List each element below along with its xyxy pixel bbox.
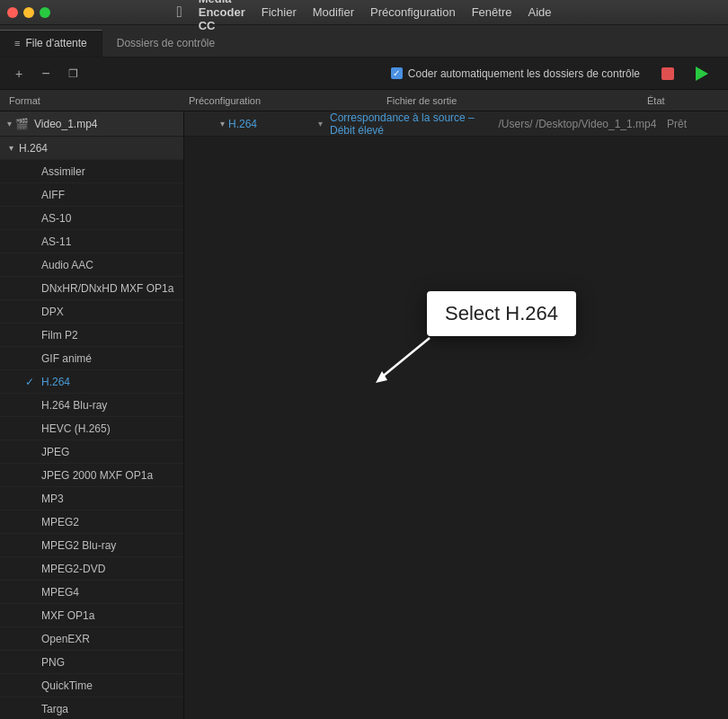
h264-dropdown-arrow: ▾ (318, 119, 323, 129)
col-header-format: Format (9, 95, 189, 106)
callout-tooltip: Select H.264 (427, 291, 576, 336)
app-name-menu[interactable]: Media Encoder CC (199, 0, 245, 32)
h264-expand-arrow: ▾ (9, 143, 13, 153)
minimize-button[interactable] (23, 7, 34, 18)
format-item-jpeg[interactable]: JPEG (0, 440, 183, 464)
title-bar-content:  Media Encoder CC Fichier Modifier Préc… (176, 0, 551, 32)
h264-header-label: H.264 (19, 142, 48, 155)
stop-button[interactable] (661, 67, 674, 80)
auto-encode-area: ✓ Coder automatiquement les dossiers de … (391, 67, 640, 80)
queue-tab-label: File d'attente (25, 37, 86, 49)
format-item-as10[interactable]: AS-10 (0, 207, 183, 230)
format-item-mpeg2[interactable]: MPEG2 (0, 510, 183, 534)
assimiler-check (25, 165, 38, 178)
menu-fenetre[interactable]: Fenêtre (472, 5, 512, 19)
video-expand-arrow: ▾ (7, 119, 12, 129)
h264-state-label: Prêt (667, 118, 721, 130)
maximize-button[interactable] (40, 7, 50, 18)
video-file-icon: 🎬 (15, 118, 29, 130)
apple-menu[interactable]:  (176, 4, 182, 22)
format-item-mpeg4[interactable]: MPEG4 (0, 581, 183, 604)
format-item-png[interactable]: PNG (0, 651, 183, 674)
queue-area: ▾ 🎬 Video_1.mp4 ▾ H.264 Assimiler AIFF A… (0, 111, 728, 719)
format-item-openexr[interactable]: OpenEXR (0, 627, 183, 651)
main-panel: ▾ H.264 ▾ Correspondance à la source – D… (184, 111, 728, 719)
video-row[interactable]: ▾ 🎬 Video_1.mp4 (0, 111, 183, 137)
duplicate-button[interactable]: ❐ (63, 64, 83, 84)
format-item-h264[interactable]: ✓ H.264 (0, 370, 183, 394)
svg-line-0 (380, 338, 430, 378)
format-item-aiff[interactable]: AIFF (0, 183, 183, 207)
menu-fichier[interactable]: Fichier (262, 5, 297, 19)
col-header-output: Fichier de sortie (386, 95, 647, 106)
format-item-mpeg2-dvd[interactable]: MPEG2-DVD (0, 557, 183, 581)
menu-preconfig[interactable]: Préconfiguration (370, 5, 456, 19)
format-item-targa[interactable]: Targa (0, 697, 183, 719)
format-item-jpeg2000[interactable]: JPEG 2000 MXF OP1a (0, 464, 183, 487)
add-button[interactable]: + (9, 64, 29, 84)
format-item-mpeg2-bluray[interactable]: MPEG2 Blu-ray (0, 534, 183, 557)
auto-encode-checkbox[interactable]: ✓ (391, 67, 403, 79)
format-item-assimiler[interactable]: Assimiler (0, 160, 183, 183)
format-item-as11[interactable]: AS-11 (0, 230, 183, 253)
play-button[interactable] (696, 67, 708, 81)
h264-output-label: /Users/ /Desktop/Video_1_1.mp4 (499, 118, 668, 130)
tab-queue[interactable]: ≡ File d'attente (0, 30, 102, 57)
queue-tab-icon: ≡ (14, 38, 20, 49)
h264-preconfig-label: Correspondance à la source – Débit élevé (330, 111, 499, 137)
column-headers: Format Préconfiguration Fichier de sorti… (0, 90, 728, 111)
col-header-preconfig: Préconfiguration (189, 95, 386, 106)
toolbar: + − ❐ ✓ Coder automatiquement les dossie… (0, 58, 728, 90)
format-item-film-p2[interactable]: Film P2 (0, 324, 183, 347)
format-item-mp3[interactable]: MP3 (0, 487, 183, 510)
watch-tab-label: Dossiers de contrôle (117, 37, 215, 49)
close-button[interactable] (7, 7, 18, 18)
format-item-gif[interactable]: GIF animé (0, 347, 183, 370)
callout-arrow (371, 333, 434, 387)
h264-format-label: H.264 (228, 118, 318, 130)
title-bar:  Media Encoder CC Fichier Modifier Préc… (0, 0, 728, 25)
format-item-quicktime[interactable]: QuickTime (0, 674, 183, 697)
format-item-dnxhr[interactable]: DNxHR/DNxHD MXF OP1a (0, 277, 183, 300)
format-item-dpx[interactable]: DPX (0, 300, 183, 324)
format-item-h264-bluray[interactable]: H.264 Blu-ray (0, 394, 183, 417)
col-header-state: État (647, 95, 719, 106)
tab-watch-folders[interactable]: Dossiers de contrôle (102, 30, 229, 57)
auto-encode-label: Coder automatiquement les dossiers de co… (408, 67, 640, 80)
assimiler-label: Assimiler (41, 165, 85, 178)
menu-modifier[interactable]: Modifier (313, 5, 354, 19)
h264-encoding-row[interactable]: ▾ H.264 ▾ Correspondance à la source – D… (184, 111, 728, 137)
traffic-lights (7, 7, 50, 18)
h264-arrow: ▾ (220, 119, 225, 129)
h264-checkmark: ✓ (25, 376, 38, 388)
format-item-hevc[interactable]: HEVC (H.265) (0, 417, 183, 440)
video-filename: Video_1.mp4 (34, 118, 176, 130)
menu-bar:  Media Encoder CC Fichier Modifier Préc… (176, 0, 551, 32)
format-h264-header[interactable]: ▾ H.264 (0, 137, 183, 160)
format-item-audio-aac[interactable]: Audio AAC (0, 253, 183, 277)
format-panel: ▾ 🎬 Video_1.mp4 ▾ H.264 Assimiler AIFF A… (0, 111, 184, 719)
remove-button[interactable]: − (36, 64, 56, 84)
format-item-mxf-op1a[interactable]: MXF OP1a (0, 604, 183, 627)
menu-aide[interactable]: Aide (528, 5, 551, 19)
callout-text: Select H.264 (445, 302, 558, 324)
